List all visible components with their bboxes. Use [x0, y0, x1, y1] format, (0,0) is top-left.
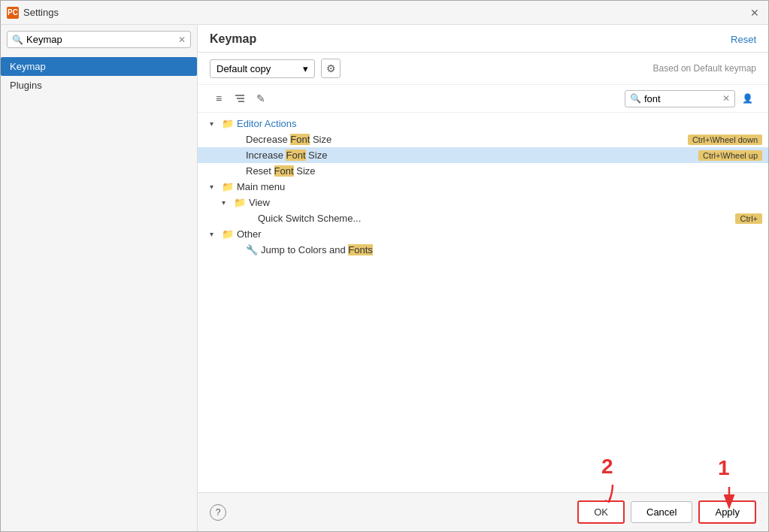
help-button[interactable]: ? — [210, 504, 226, 521]
sidebar-search-input[interactable] — [26, 34, 175, 45]
arrow-icon: ▾ — [210, 230, 222, 238]
close-button[interactable]: ✕ — [747, 5, 762, 20]
arrow-icon: ▾ — [222, 198, 234, 207]
tree-search-box[interactable]: 🔍 ✕ — [625, 90, 735, 107]
based-on-text: Based on Default keymap — [653, 63, 756, 74]
group-label: View — [249, 197, 768, 208]
ok-button[interactable]: OK — [577, 500, 625, 524]
tree-group-editor-actions[interactable]: ▾ 📁 Editor Actions — [198, 116, 768, 131]
highlight: Font — [286, 150, 305, 161]
tree-group-view[interactable]: ▾ 📁 View — [198, 195, 768, 210]
panel-title: Keymap — [210, 32, 256, 46]
main-panel: Keymap Reset Default copy ▾ ⚙ Based on D… — [198, 25, 768, 531]
tree-item-increase-font[interactable]: Increase Font Size Ctrl+\Wheel up — [198, 147, 768, 163]
footer: ? OK Cancel Apply — [198, 492, 768, 531]
collapse-all-button[interactable] — [231, 89, 249, 107]
toolbar-row: ≡ ✎ 🔍 — [198, 85, 768, 113]
shortcut-badge: Ctrl+\Wheel down — [688, 135, 762, 145]
expand-all-button[interactable]: ≡ — [210, 89, 228, 107]
group-label: Other — [237, 228, 768, 240]
item-label: Increase Font Size — [246, 150, 698, 161]
sidebar: 🔍 ✕ Keymap Plugins — [1, 25, 198, 531]
keymap-controls: Default copy ▾ ⚙ Based on Default keymap — [198, 53, 768, 85]
item-label: Decrease Font Size — [246, 134, 688, 145]
arrow-icon: ▾ — [210, 119, 222, 128]
tree-item-quick-switch[interactable]: Quick Switch Scheme... Ctrl+ — [198, 210, 768, 226]
tree-item-reset-font[interactable]: Reset Font Size — [198, 163, 768, 179]
tree-group-other[interactable]: ▾ 📁 Other — [198, 226, 768, 242]
collapse-icon — [235, 93, 245, 104]
title-bar: PC Settings ✕ — [1, 1, 768, 25]
wrench-icon: 🔧 — [246, 244, 258, 255]
filter-icon: 🔍 — [630, 93, 641, 104]
group-label: Editor Actions — [237, 118, 768, 129]
search-icon: 🔍 — [12, 35, 23, 45]
folder-icon: 📁 — [222, 118, 234, 129]
clear-filter-icon[interactable]: ✕ — [722, 93, 730, 104]
apply-button[interactable]: Apply — [698, 500, 756, 524]
tree-item-decrease-font[interactable]: Decrease Font Size Ctrl+\Wheel down — [198, 131, 768, 147]
arrow-icon: ▾ — [210, 183, 222, 191]
tree-group-main-menu[interactable]: ▾ 📁 Main menu — [198, 179, 768, 195]
folder-icon: 📁 — [234, 197, 246, 208]
clear-search-icon[interactable]: ✕ — [178, 35, 186, 45]
find-usages-button[interactable]: 👤 — [738, 89, 756, 107]
folder-icon: 📁 — [222, 181, 234, 192]
highlight: Fonts — [348, 244, 373, 255]
reset-link[interactable]: Reset — [731, 34, 756, 45]
edit-button[interactable]: ✎ — [252, 89, 270, 107]
gear-button[interactable]: ⚙ — [321, 59, 341, 78]
panel-header: Keymap Reset — [198, 25, 768, 53]
sidebar-search-box[interactable]: 🔍 ✕ — [7, 31, 191, 48]
tree-container: ▾ 📁 Editor Actions Decrease Font Size Ct… — [198, 113, 768, 492]
tree-item-jump-colors[interactable]: 🔧 Jump to Colors and Fonts — [198, 242, 768, 258]
item-label: Jump to Colors and Fonts — [261, 244, 768, 255]
shortcut-badge: Ctrl+\Wheel up — [698, 150, 762, 161]
highlight: Font — [290, 134, 310, 145]
group-label: Main menu — [237, 181, 768, 192]
sidebar-items: Keymap Plugins — [1, 54, 197, 98]
item-label: Reset Font Size — [246, 165, 768, 177]
shortcut-badge: Ctrl+ — [735, 213, 762, 224]
item-label: Quick Switch Scheme... — [258, 213, 735, 224]
cancel-button[interactable]: Cancel — [631, 501, 692, 523]
app-icon: PC — [7, 7, 19, 19]
tree-search-input[interactable] — [644, 93, 719, 104]
highlight: Font — [274, 165, 294, 177]
sidebar-item-plugins[interactable]: Plugins — [1, 76, 197, 95]
folder-icon: 📁 — [222, 228, 234, 240]
sidebar-item-keymap[interactable]: Keymap — [1, 57, 197, 76]
keymap-dropdown[interactable]: Default copy ▾ — [210, 59, 315, 78]
window-title: Settings — [23, 7, 59, 18]
